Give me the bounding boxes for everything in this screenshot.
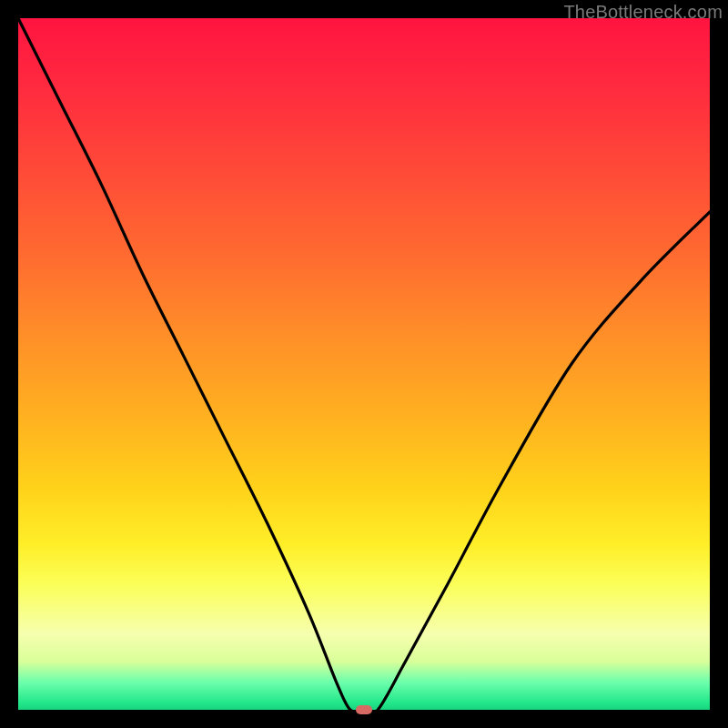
bottleneck-curve xyxy=(18,18,710,710)
chart-stage: TheBottleneck.com xyxy=(0,0,728,728)
plot-area xyxy=(18,18,710,710)
curve-minimum-marker xyxy=(356,705,372,714)
